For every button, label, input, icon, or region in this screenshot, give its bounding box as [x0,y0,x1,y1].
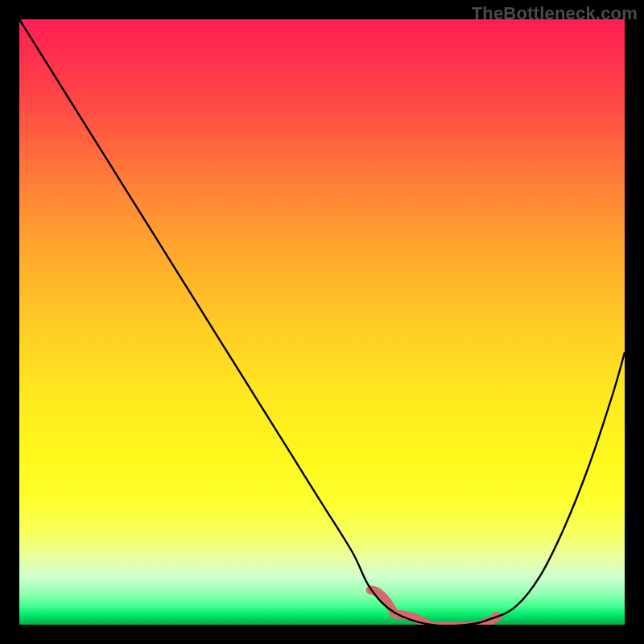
curve-line [19,19,625,625]
chart-frame: TheBottleneck.com [0,0,644,644]
chart-svg [19,19,625,625]
watermark-text: TheBottleneck.com [472,3,638,24]
plot-area [19,19,625,625]
flat-region-marker [370,590,502,625]
